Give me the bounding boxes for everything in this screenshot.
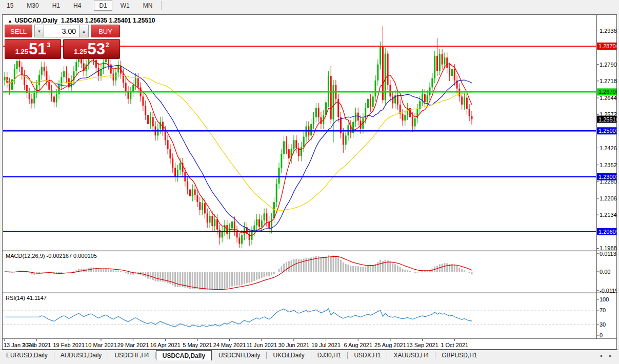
rsi-indicator-label: RSI(14) 41.1147: [6, 295, 47, 301]
sell-button[interactable]: SELL: [5, 25, 32, 37]
chart-tab-usdcad[interactable]: USDCAD,Daily: [156, 350, 212, 360]
svg-text:1.25510: 1.25510: [598, 116, 616, 123]
svg-text:1.26440: 1.26440: [600, 95, 616, 101]
svg-text:1.23520: 1.23520: [600, 162, 616, 168]
svg-text:100: 100: [600, 296, 609, 302]
tab-scroll-left-icon[interactable]: ◂: [600, 353, 602, 358]
chart-title: ▲USDCAD,Daily 1.25458 1.25635 1.25401 1.…: [8, 17, 155, 24]
sell-price-pip-digit: 3: [47, 42, 51, 49]
trade-panel-top-row: SELL ▼ ▲ BUY: [5, 25, 120, 37]
svg-text:24 May 2021: 24 May 2021: [213, 342, 246, 348]
svg-text:1.20609: 1.20609: [598, 229, 616, 235]
volume-increase-button[interactable]: ▲: [79, 25, 89, 37]
chart-tab-gbpusd[interactable]: GBPUSD,H1: [435, 350, 483, 360]
svg-text:-0.01190: -0.01190: [600, 288, 616, 294]
svg-text:1 Feb 2021: 1 Feb 2021: [23, 342, 51, 348]
chart-ohlc-values: 1.25458 1.25635 1.25401 1.25510: [61, 17, 155, 24]
chart-tab-usdchf[interactable]: USDCHF,H4: [108, 350, 155, 360]
svg-text:29 Mar 2021: 29 Mar 2021: [117, 342, 149, 348]
timeframe-button-w1[interactable]: W1: [115, 1, 135, 11]
buy-price-button[interactable]: 1.25 53 2: [63, 39, 120, 59]
svg-text:1.19880: 1.19880: [600, 245, 616, 251]
sell-price-prefix: 1.25: [15, 48, 28, 55]
svg-text:0.01135: 0.01135: [600, 251, 616, 257]
svg-text:1.29360: 1.29360: [600, 28, 616, 34]
buy-price-prefix: 1.25: [74, 48, 87, 55]
one-click-trade-panel: SELL ▼ ▲ BUY 1.25 51 3 1.25 53 2: [5, 25, 120, 59]
svg-text:16 Apr 2021: 16 Apr 2021: [150, 342, 181, 348]
chart-tab-eurusd[interactable]: EURUSD,Daily: [0, 350, 54, 360]
timeframe-button-mn[interactable]: MN: [138, 1, 158, 11]
sell-price-big-digits: 51: [29, 42, 46, 57]
svg-text:25 Aug 2021: 25 Aug 2021: [374, 342, 406, 348]
timeframe-button-15[interactable]: 15: [2, 1, 18, 11]
chart-tab-dj30[interactable]: DJ30,H1: [311, 350, 348, 360]
timeframe-button-h1[interactable]: H1: [47, 1, 65, 11]
volume-decrease-button[interactable]: ▼: [34, 25, 44, 37]
chart-symbol-label: USDCAD,Daily: [15, 17, 57, 24]
trading-platform-window: 15M30H1H4D1W1MN 100703000.011350.00-0.01…: [0, 0, 619, 364]
buy-price-pip-digit: 2: [106, 42, 109, 49]
timeframe-button-h4[interactable]: H4: [68, 1, 86, 11]
svg-text:13 Sep 2021: 13 Sep 2021: [406, 342, 438, 348]
sell-price-button[interactable]: 1.25 51 3: [5, 39, 61, 59]
chart-tab-audusd[interactable]: AUDUSD,Daily: [54, 350, 108, 360]
svg-text:6 Aug 2021: 6 Aug 2021: [344, 342, 372, 348]
timeframe-button-m30[interactable]: M30: [22, 1, 44, 11]
timeframe-toolbar: 15M30H1H4D1W1MN: [0, 0, 619, 11]
svg-text:1.25003: 1.25003: [598, 128, 616, 134]
macd-indicator-label: MACD(12,26,9) -0.002167 0.000105: [6, 253, 97, 259]
candlestick-chart[interactable]: 100703000.011350.00-0.011901.293601.2864…: [3, 15, 616, 349]
svg-text:11 Jun 2021: 11 Jun 2021: [246, 342, 277, 348]
toolbar-separator: [90, 1, 90, 10]
chart-window: 100703000.011350.00-0.011901.293601.2864…: [2, 14, 617, 350]
svg-text:10 Mar 2021: 10 Mar 2021: [85, 342, 117, 348]
svg-text:1.24260: 1.24260: [600, 145, 616, 151]
svg-text:5 May 2021: 5 May 2021: [183, 342, 212, 348]
volume-input[interactable]: [44, 25, 79, 37]
buy-button[interactable]: BUY: [91, 25, 120, 37]
tab-scroll-controls: ◂▸: [600, 350, 619, 360]
svg-text:19 Feb 2021: 19 Feb 2021: [53, 342, 85, 348]
status-strip: [0, 360, 619, 364]
chart-tab-ukoil[interactable]: UKOil,Daily: [267, 350, 310, 360]
svg-text:0: 0: [600, 332, 603, 338]
svg-text:1.28700: 1.28700: [598, 43, 616, 49]
spinner-down-icon: ▼: [37, 29, 42, 34]
svg-text:70: 70: [600, 307, 606, 313]
svg-text:1.23003: 1.23003: [598, 174, 616, 180]
svg-text:1.21340: 1.21340: [600, 212, 616, 218]
svg-text:1.27180: 1.27180: [600, 78, 616, 84]
chart-tab-usdx[interactable]: USDX,H1: [348, 350, 387, 360]
svg-text:1 Oct 2021: 1 Oct 2021: [441, 342, 468, 348]
svg-text:19 Jul 2021: 19 Jul 2021: [311, 342, 341, 348]
chart-tab-xauusd[interactable]: XAUUSD,H4: [387, 350, 435, 360]
chart-tab-bar: EURUSD,DailyAUDUSD,DailyUSDCHF,H4USDCAD,…: [0, 350, 619, 360]
svg-text:0.00: 0.00: [600, 269, 610, 275]
symbol-arrow-icon: ▲: [8, 18, 12, 24]
svg-text:1.27900: 1.27900: [600, 62, 616, 68]
chart-tab-usdcnh[interactable]: USDCNH,Daily: [212, 350, 266, 360]
svg-text:30 Jun 2021: 30 Jun 2021: [278, 342, 310, 348]
svg-text:30: 30: [600, 321, 606, 328]
tab-scroll-right-icon[interactable]: ▸: [609, 353, 612, 358]
timeframe-button-d1[interactable]: D1: [94, 1, 112, 11]
spinner-up-icon: ▲: [82, 29, 86, 34]
svg-text:1.22060: 1.22060: [600, 195, 616, 201]
toolbar-separator: [161, 1, 162, 10]
svg-text:1.26700: 1.26700: [598, 89, 616, 95]
buy-price-big-digits: 53: [88, 42, 105, 57]
